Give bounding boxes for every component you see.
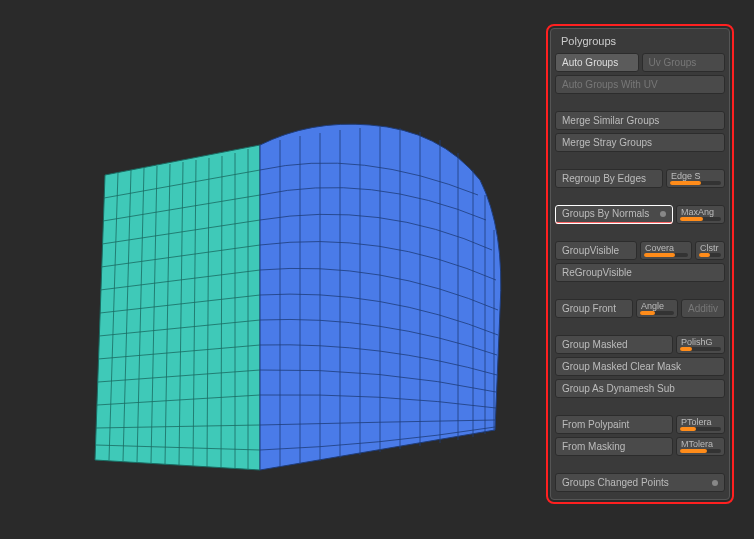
panel-title: Polygroups: [555, 33, 725, 53]
max-angle-label: MaxAng: [681, 206, 720, 217]
viewport[interactable]: [0, 0, 540, 539]
polish-groups-slider[interactable]: PolishG: [676, 335, 725, 354]
merge-stray-groups-button[interactable]: Merge Stray Groups: [555, 133, 725, 152]
auto-groups-with-uv-button[interactable]: Auto Groups With UV: [555, 75, 725, 94]
groups-by-normals-button[interactable]: Groups By Normals: [555, 205, 673, 224]
max-angle-slider[interactable]: MaxAng: [676, 205, 725, 224]
groups-changed-points-label: Groups Changed Points: [562, 477, 669, 489]
dot-icon: [660, 211, 666, 217]
edge-smooth-label: Edge S: [671, 170, 720, 181]
regroup-by-edges-button[interactable]: Regroup By Edges: [555, 169, 663, 188]
angle-label: Angle: [641, 300, 673, 311]
mesh-preview: [30, 30, 510, 510]
mtolerance-slider[interactable]: MTolera: [676, 437, 725, 456]
polygroups-panel: Polygroups Auto Groups Uv Groups Auto Gr…: [550, 28, 730, 500]
polish-groups-label: PolishG: [681, 336, 720, 347]
ptolerance-label: PTolera: [681, 416, 720, 427]
coverage-slider[interactable]: Covera: [640, 241, 692, 260]
groups-changed-points-button[interactable]: Groups Changed Points: [555, 473, 725, 492]
group-masked-clear-mask-button[interactable]: Group Masked Clear Mask: [555, 357, 725, 376]
group-visible-button[interactable]: GroupVisible: [555, 241, 637, 260]
group-as-dynamesh-sub-button[interactable]: Group As Dynamesh Sub: [555, 379, 725, 398]
merge-similar-groups-button[interactable]: Merge Similar Groups: [555, 111, 725, 130]
regroup-visible-button[interactable]: ReGroupVisible: [555, 263, 725, 282]
group-front-button[interactable]: Group Front: [555, 299, 633, 318]
cluster-label: Clstr: [700, 242, 720, 253]
auto-groups-button[interactable]: Auto Groups: [555, 53, 639, 72]
from-polypaint-button[interactable]: From Polypaint: [555, 415, 673, 434]
cluster-slider[interactable]: Clstr: [695, 241, 725, 260]
additive-toggle[interactable]: Additiv: [681, 299, 725, 318]
dot-icon: [712, 480, 718, 486]
edge-smooth-slider[interactable]: Edge S: [666, 169, 725, 188]
from-masking-button[interactable]: From Masking: [555, 437, 673, 456]
ptolerance-slider[interactable]: PTolera: [676, 415, 725, 434]
angle-slider[interactable]: Angle: [636, 299, 678, 318]
coverage-label: Covera: [645, 242, 687, 253]
groups-by-normals-label: Groups By Normals: [562, 208, 649, 220]
group-masked-button[interactable]: Group Masked: [555, 335, 673, 354]
uv-groups-button[interactable]: Uv Groups: [642, 53, 726, 72]
mtolerance-label: MTolera: [681, 438, 720, 449]
